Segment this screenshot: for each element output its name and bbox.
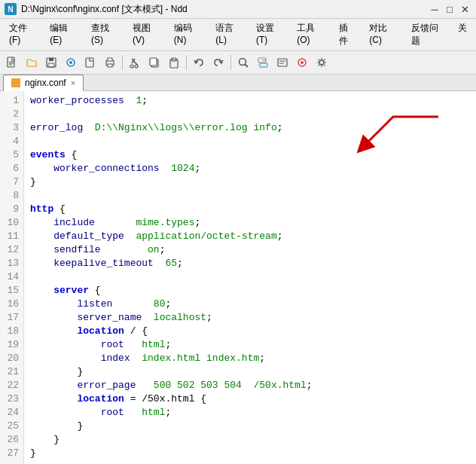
line-num-8: 8 — [3, 189, 19, 203]
menu-close[interactable]: 关 — [452, 20, 473, 49]
svg-point-32 — [319, 60, 324, 65]
redo-button[interactable] — [209, 53, 227, 72]
print-button[interactable] — [101, 53, 119, 72]
title-bar-left: N D:\Nginx\conf\nginx.conf [文本模式] - Ndd — [5, 3, 188, 16]
code-line-14 — [30, 270, 470, 284]
window-controls[interactable]: ─ □ ✕ — [428, 2, 471, 16]
code-line-24[interactable]: root html; — [30, 406, 470, 420]
svg-point-15 — [130, 65, 133, 68]
svg-rect-12 — [108, 64, 112, 67]
line-num-20: 20 — [3, 352, 19, 365]
code-line-21[interactable]: } — [30, 365, 470, 379]
window-title: D:\Nginx\conf\nginx.conf [文本模式] - Ndd — [21, 3, 188, 16]
save-button[interactable] — [42, 53, 60, 72]
line-num-4: 4 — [3, 135, 19, 148]
save-all-button[interactable] — [62, 53, 80, 72]
line-numbers: 1 2 3 4 5 6 7 8 9 10 11 12 13 14 15 16 1… — [0, 91, 24, 464]
menu-settings[interactable]: 设置(T) — [250, 20, 289, 49]
paste-button[interactable] — [165, 53, 183, 72]
menu-compare[interactable]: 对比(C) — [363, 20, 403, 49]
find-button[interactable] — [234, 53, 252, 72]
code-line-2 — [30, 108, 470, 121]
line-num-15: 15 — [3, 284, 19, 298]
code-editor[interactable]: worker_processes 1; error_log D:\\Nginx\… — [24, 91, 476, 464]
macro-icon — [296, 56, 308, 69]
settings-icon — [316, 56, 328, 69]
code-line-27[interactable]: } — [30, 447, 470, 460]
undo-button[interactable] — [190, 53, 208, 72]
line-num-7: 7 — [3, 176, 19, 189]
svg-rect-27 — [278, 59, 287, 66]
code-line-15[interactable]: server { — [30, 284, 470, 298]
menu-language[interactable]: 语言(L) — [209, 20, 249, 49]
undo-icon — [193, 56, 205, 69]
maximize-button[interactable]: □ — [443, 2, 456, 16]
settings-button[interactable] — [313, 53, 331, 72]
code-line-5[interactable]: events { — [30, 148, 470, 162]
line-num-11: 11 — [3, 230, 19, 243]
tab-close-button[interactable]: × — [71, 79, 75, 87]
code-line-23[interactable]: location = /50x.html { — [30, 392, 470, 406]
line-num-27: 27 — [3, 447, 19, 460]
menu-tools[interactable]: 工具(O) — [291, 20, 331, 49]
save-icon — [45, 56, 57, 69]
line-num-9: 9 — [3, 203, 19, 216]
code-line-25[interactable]: } — [30, 420, 470, 433]
replace-button[interactable] — [254, 53, 272, 72]
toolbar — [0, 51, 476, 75]
menu-bar: 文件(F) 编辑(E) 查找(S) 视图(V) 编码(N) 语言(L) 设置(T… — [0, 19, 476, 51]
code-line-18[interactable]: location / { — [30, 325, 470, 338]
code-line-9[interactable]: http { — [30, 203, 470, 216]
line-num-2: 2 — [3, 108, 19, 121]
code-line-7[interactable]: } — [30, 176, 470, 189]
svg-rect-6 — [48, 63, 54, 67]
tab-nginx-conf[interactable]: nginx.conf × — [3, 75, 84, 91]
menu-plugins[interactable]: 插件 — [333, 20, 362, 49]
code-line-1[interactable]: worker_processes 1; — [30, 94, 470, 108]
new-file-icon — [6, 56, 18, 69]
open-file-button[interactable] — [23, 53, 41, 72]
line-num-19: 19 — [3, 338, 19, 352]
copy-button[interactable] — [145, 53, 163, 72]
zoom-icon — [276, 56, 288, 69]
code-line-6[interactable]: worker_connections 1024; — [30, 162, 470, 176]
code-line-26[interactable]: } — [30, 433, 470, 447]
line-num-14: 14 — [3, 270, 19, 284]
code-line-17[interactable]: server_name localhost; — [30, 311, 470, 325]
line-num-3: 3 — [3, 121, 19, 135]
close-file-button[interactable] — [81, 53, 99, 72]
menu-encoding[interactable]: 编码(N) — [168, 20, 208, 49]
print-icon — [104, 56, 116, 69]
minimize-button[interactable]: ─ — [428, 2, 441, 16]
close-file-icon — [84, 56, 96, 69]
svg-point-31 — [301, 61, 304, 64]
code-line-13[interactable]: keepalive_timeout 65; — [30, 257, 470, 270]
file-type-icon — [11, 78, 20, 87]
code-line-3[interactable]: error_log D:\\Nginx\\logs\\error.log inf… — [30, 121, 470, 135]
code-line-12[interactable]: sendfile on; — [30, 243, 470, 257]
save-all-icon — [65, 56, 77, 69]
line-num-25: 25 — [3, 420, 19, 433]
code-line-4 — [30, 135, 470, 148]
macro-button[interactable] — [293, 53, 311, 72]
copy-icon — [148, 56, 160, 69]
code-line-22[interactable]: error_page 500 502 503 504 /50x.html; — [30, 379, 470, 392]
menu-view[interactable]: 视图(V) — [127, 20, 166, 49]
zoom-button[interactable] — [273, 53, 291, 72]
cut-icon — [129, 56, 141, 69]
menu-edit[interactable]: 编辑(E) — [44, 20, 84, 49]
code-line-10[interactable]: include mime.types; — [30, 216, 470, 230]
close-button[interactable]: ✕ — [458, 2, 471, 16]
code-line-16[interactable]: listen 80; — [30, 298, 470, 311]
cut-button[interactable] — [126, 53, 144, 72]
svg-point-22 — [240, 59, 246, 66]
code-line-19[interactable]: root html; — [30, 338, 470, 352]
code-line-11[interactable]: default_type application/octet-stream; — [30, 230, 470, 243]
line-num-10: 10 — [3, 216, 19, 230]
menu-search[interactable]: 查找(S) — [85, 20, 125, 49]
code-line-20[interactable]: index index.html index.htm; — [30, 352, 470, 365]
menu-feedback[interactable]: 反馈问题 — [405, 20, 450, 49]
menu-file[interactable]: 文件(F) — [3, 20, 42, 49]
title-bar: N D:\Nginx\conf\nginx.conf [文本模式] - Ndd … — [0, 0, 476, 19]
new-file-button[interactable] — [3, 53, 21, 72]
